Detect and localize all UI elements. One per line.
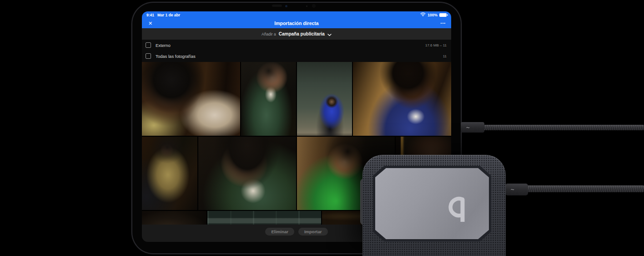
title-bar: ✕ Importación directa ••• <box>142 18 451 28</box>
photo-thumbnail[interactable] <box>142 211 206 225</box>
usb-connector-drive <box>505 184 528 195</box>
source-row-all-photos[interactable]: Todas las fotografías 11 <box>142 51 451 61</box>
photo-thumbnail[interactable] <box>198 137 296 210</box>
add-to-bar: Añadir a Campaña publicitaria <box>142 28 451 40</box>
page-title: Importación directa <box>142 20 451 26</box>
status-left: 9:41Mar 1 de abr <box>146 13 183 17</box>
source-list: Externo 17.6 MB – 11 Todas las fotografí… <box>142 40 451 62</box>
source-row-externo[interactable]: Externo 17.6 MB – 11 <box>142 40 451 51</box>
usb-cable-to-drive <box>527 185 644 192</box>
battery-icon <box>439 13 447 17</box>
front-camera-icon <box>285 5 287 7</box>
photo-thumbnail[interactable] <box>297 62 352 136</box>
album-dropdown[interactable]: Campaña publicitaria <box>279 31 325 36</box>
source-meta: 17.6 MB – 11 <box>425 43 447 47</box>
status-bar: 9:41Mar 1 de abr 100% <box>142 11 451 18</box>
add-to-label: Añadir a <box>262 32 276 36</box>
checkbox[interactable] <box>146 53 151 59</box>
source-label: Todas las fotografías <box>156 54 443 59</box>
source-label: Externo <box>156 43 425 48</box>
photo-thumbnail[interactable] <box>142 137 197 210</box>
usb-cable-to-ipad <box>483 125 644 130</box>
photo-thumbnail[interactable] <box>241 62 296 136</box>
close-icon[interactable]: ✕ <box>148 18 152 28</box>
chevron-down-icon[interactable] <box>327 30 332 38</box>
connector-logo-icon <box>466 127 470 128</box>
status-right: 100% <box>420 12 447 17</box>
top-speaker-slot <box>272 5 282 7</box>
battery-percent: 100% <box>428 13 438 17</box>
more-options-icon[interactable]: ••• <box>441 18 446 28</box>
photo-thumbnail[interactable] <box>142 62 240 136</box>
photo-thumbnail[interactable] <box>207 211 321 225</box>
status-time: 9:41 <box>146 13 154 17</box>
microphone-dot <box>306 5 307 7</box>
scene: 9:41Mar 1 de abr 100% ✕ Impo <box>0 0 644 256</box>
delete-button[interactable]: Eliminar <box>265 228 294 236</box>
photo-thumbnail[interactable] <box>353 62 451 136</box>
wifi-icon <box>420 12 426 17</box>
status-date: Mar 1 de abr <box>157 13 180 17</box>
sensor-ring <box>312 4 316 8</box>
g-drive-logo-icon <box>447 195 470 223</box>
drive-metal-plate <box>375 168 489 239</box>
checkbox[interactable] <box>146 42 151 48</box>
portable-ssd <box>362 155 506 256</box>
usb-connector-ipad <box>461 122 484 133</box>
connector-logo-icon <box>511 189 514 190</box>
source-meta: 11 <box>443 54 447 58</box>
import-button[interactable]: Importar <box>298 228 328 236</box>
